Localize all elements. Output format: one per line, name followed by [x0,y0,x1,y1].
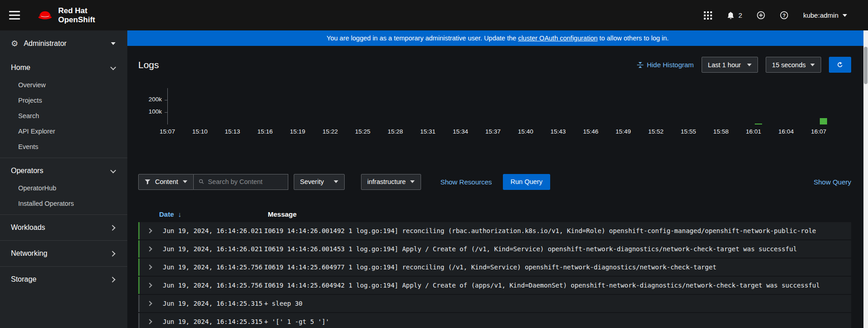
tenant-select[interactable]: infrastructure [361,174,421,190]
row-expander[interactable] [140,247,159,251]
x-axis-tick-label: 16:01 [746,128,761,135]
row-expander[interactable] [140,265,159,269]
x-axis-tick-label: 15:43 [551,128,566,135]
show-query-link[interactable]: Show Query [813,178,851,186]
sidebar-item-operators[interactable]: Operators [0,161,127,180]
x-axis-tick-label: 15:34 [453,128,468,135]
nav-group-label: Home [11,64,30,72]
row-expander[interactable] [140,283,159,287]
severity-filter-select[interactable]: Severity [294,174,345,190]
add-icon[interactable] [757,11,765,20]
run-query-button[interactable]: Run Query [503,174,550,190]
chevron-right-icon [147,264,152,269]
row-expander[interactable] [140,229,159,233]
sidebar-item-home[interactable]: Home [0,58,127,77]
caret-down-icon [410,180,415,183]
compress-icon [637,62,643,68]
chevron-right-icon [110,251,115,257]
oauth-config-link[interactable]: cluster OAuth configuration [518,35,597,42]
histogram-bar[interactable] [755,124,762,124]
log-histogram: 100k200k 15:0715:1015:1315:1615:1915:221… [138,88,851,136]
caret-down-icon [747,64,752,66]
log-message-cell: + '[' 1 -gt 5 ']' [264,318,851,325]
caret-down-icon [183,180,187,183]
main-content: Logs Hide Histogram Last 1 hour 15 secon… [127,46,868,328]
sidebar-item-installed-operators[interactable]: Installed Operators [0,196,127,211]
chevron-down-icon [110,167,116,173]
nav-toggle-button[interactable] [9,11,20,20]
log-table-body: Jun 19, 2024, 16:14:26.021I0619 14:14:26… [138,222,851,328]
time-range-select[interactable]: Last 1 hour [702,57,758,73]
sidebar-item-api-explorer[interactable]: API Explorer [0,124,127,139]
x-axis-tick-label: 15:16 [257,128,273,135]
app-launcher-icon[interactable] [704,11,712,20]
sidebar-item-storage[interactable]: Storage [0,270,127,289]
nav-section-workloads: Workloads [0,214,127,240]
sidebar-item-networking[interactable]: Networking [0,244,127,263]
nav-section-home: HomeOverviewProjectsSearchAPI ExplorerEv… [0,55,127,158]
help-icon[interactable]: ? [780,11,788,20]
notification-count: 2 [738,11,742,19]
chevron-right-icon [147,283,152,288]
refresh-button[interactable] [829,57,851,73]
date-column-header[interactable]: Date ↓ [159,210,268,218]
log-date-cell: Jun 19, 2024, 16:14:26.021 [159,245,264,253]
row-expander[interactable] [140,302,159,305]
chevron-right-icon [110,225,115,231]
x-axis-tick-label: 15:13 [225,128,240,135]
perspective-switcher[interactable]: ⚙ Administrator [0,30,127,55]
show-resources-link[interactable]: Show Resources [440,178,492,186]
log-message-cell: I0619 14:14:25.604942 1 log.go:194] Appl… [264,282,851,289]
gear-icon: ⚙ [11,40,18,48]
x-axis-tick-label: 15:55 [681,128,696,135]
caret-down-icon [334,180,338,183]
sort-descending-icon: ↓ [178,210,182,218]
chart-plot [167,88,851,124]
message-column-header: Message [268,210,296,218]
x-axis-tick-label: 15:52 [648,128,663,135]
caret-down-icon [111,42,115,45]
table-row: Jun 19, 2024, 16:14:25.315+ sleep 30 [138,295,851,312]
notifications-button[interactable]: 2 [727,11,742,20]
search-input[interactable] [208,178,283,185]
bell-icon [727,11,735,20]
hide-histogram-link[interactable]: Hide Histogram [637,61,693,69]
x-axis-tick-label: 15:22 [322,128,338,135]
refresh-interval-select[interactable]: 15 seconds [766,57,821,73]
log-table: Date ↓ Message Jun 19, 2024, 16:14:26.02… [138,206,851,328]
nav-group-label: Workloads [11,224,45,232]
sidebar-item-overview[interactable]: Overview [0,77,127,93]
x-axis-tick-label: 15:28 [387,128,403,135]
y-axis-tick-label: 200k [138,96,162,103]
x-axis-tick-label: 16:04 [778,128,794,135]
log-message-cell: I0619 14:14:26.001453 1 log.go:194] Appl… [264,245,851,253]
user-menu[interactable]: kube:admin [803,11,847,19]
scrollbar-thumb[interactable] [864,47,868,84]
caret-down-icon [810,64,815,66]
x-axis-tick-label: 15:40 [518,128,533,135]
sidebar-item-search[interactable]: Search [0,108,127,124]
log-date-cell: Jun 19, 2024, 16:14:25.756 [159,263,264,271]
sidebar-item-events[interactable]: Events [0,139,127,154]
sidebar-item-operatorhub[interactable]: OperatorHub [0,180,127,196]
nav-group-label: Storage [11,275,36,283]
row-expander[interactable] [140,320,159,323]
page-title: Logs [138,60,159,70]
log-message-cell: I0619 14:14:26.001492 1 log.go:194] reco… [264,227,851,234]
login-banner: You are logged in as a temporary adminis… [127,30,868,46]
sync-icon [836,61,844,69]
search-icon [199,179,204,185]
nav-group-label: Networking [11,249,47,258]
log-message-cell: I0619 14:14:25.604977 1 log.go:194] reco… [264,263,851,271]
chart-xaxis: 15:0715:1015:1315:1615:1915:2215:2515:28… [167,128,851,136]
histogram-bar[interactable] [820,118,827,124]
table-row: Jun 19, 2024, 16:14:25.315+ '[' 1 -gt 5 … [138,313,851,328]
scrollbar[interactable] [863,30,868,328]
chevron-right-icon [147,319,152,324]
log-date-cell: Jun 19, 2024, 16:14:26.021 [159,227,264,234]
sidebar-item-workloads[interactable]: Workloads [0,218,127,237]
table-row: Jun 19, 2024, 16:14:25.756I0619 14:14:25… [138,258,851,276]
log-message-cell: + sleep 30 [264,300,851,307]
content-filter-select[interactable]: Content [138,174,194,190]
sidebar-item-projects[interactable]: Projects [0,93,127,108]
